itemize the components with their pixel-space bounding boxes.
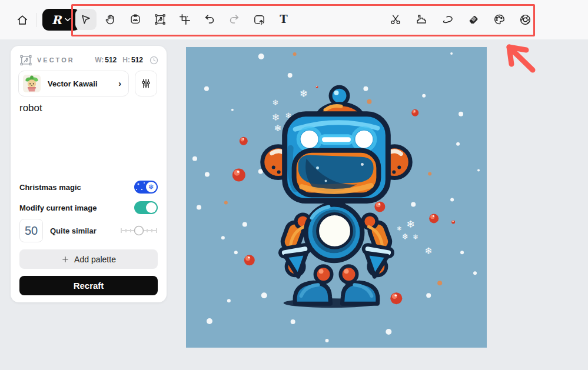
eraser-tool-button[interactable] xyxy=(463,9,484,30)
generated-image-canvas[interactable]: ❄❄❄❄❄❄❄❄❄❄ xyxy=(186,47,487,348)
hand-icon xyxy=(104,13,117,26)
svg-text:❄: ❄ xyxy=(397,225,401,232)
style-row: Vector Kawaii › xyxy=(18,71,157,96)
svg-text:❄: ❄ xyxy=(274,123,281,134)
tool-group-right xyxy=(385,9,536,30)
style-name: Vector Kawaii xyxy=(48,79,98,88)
palette-icon xyxy=(493,13,506,26)
texture-tool-button[interactable] xyxy=(514,9,536,30)
svg-text:❄: ❄ xyxy=(401,232,408,241)
text-tool-button[interactable]: T xyxy=(273,9,294,30)
crop-tool-button[interactable] xyxy=(174,9,195,30)
style-settings-button[interactable] xyxy=(135,71,157,96)
recraft-button[interactable]: Recraft xyxy=(19,276,158,295)
lasso-tool-button[interactable] xyxy=(437,9,458,30)
modify-current-image-label: Modify current image xyxy=(19,204,97,212)
height-label: H: xyxy=(122,56,130,64)
vector-image-icon xyxy=(154,13,167,26)
plus-icon xyxy=(61,255,69,264)
svg-text:❄: ❄ xyxy=(425,245,433,256)
similarity-label: Quite similar xyxy=(50,226,97,235)
redo-icon xyxy=(228,13,241,26)
svg-text:❄: ❄ xyxy=(272,112,280,123)
history-button[interactable] xyxy=(149,55,159,65)
texture-icon xyxy=(519,13,532,26)
similarity-value[interactable]: 50 xyxy=(19,219,43,242)
image-upload-tool-button[interactable] xyxy=(248,9,270,30)
hand-tool-button[interactable] xyxy=(100,9,121,30)
vector-type-icon xyxy=(19,55,32,66)
recraft-logo-icon: R xyxy=(52,14,62,26)
undo-button[interactable] xyxy=(199,9,220,30)
scissors-icon xyxy=(389,13,402,26)
top-toolbar: R xyxy=(0,0,588,39)
image-upload-icon xyxy=(253,13,266,26)
recraft-label: Recraft xyxy=(74,281,104,291)
palette-tool-button[interactable] xyxy=(489,9,510,30)
christmas-magic-row: Christmas magic ❄ xyxy=(19,180,158,194)
crop-icon xyxy=(178,13,191,26)
similarity-slider[interactable] xyxy=(120,225,158,236)
pixel-select-icon xyxy=(415,13,428,26)
tool-group-left: T xyxy=(75,9,294,30)
svg-text:T: T xyxy=(280,13,288,25)
width-label: W: xyxy=(95,56,104,64)
slider-knob[interactable] xyxy=(135,226,144,235)
clock-icon xyxy=(149,55,159,65)
chevron-right-icon: › xyxy=(118,79,121,88)
home-button[interactable] xyxy=(12,9,33,31)
raster-image-tool-button[interactable] xyxy=(125,9,146,30)
height-value: 512 xyxy=(131,56,143,64)
cut-tool-button[interactable] xyxy=(385,9,406,30)
style-thumbnail xyxy=(23,75,41,92)
redo-button[interactable] xyxy=(224,9,245,30)
svg-text:❄: ❄ xyxy=(300,88,308,99)
svg-text:❄: ❄ xyxy=(272,98,278,107)
toggle-knob xyxy=(146,202,157,213)
lasso-icon xyxy=(441,13,454,26)
generation-panel: VECTOR W:512 H:512 xyxy=(11,46,167,302)
add-palette-label: Add palette xyxy=(74,255,116,264)
christmas-magic-toggle[interactable]: ❄ xyxy=(134,181,158,194)
sliders-icon xyxy=(140,77,152,90)
panel-header: VECTOR W:512 H:512 xyxy=(19,54,159,66)
text-tool-icon: T xyxy=(277,12,291,26)
dimensions: W:512 H:512 xyxy=(95,56,143,64)
svg-text:❄: ❄ xyxy=(413,233,418,241)
modify-current-image-toggle[interactable] xyxy=(134,201,158,214)
eraser-icon xyxy=(467,13,480,26)
robot xyxy=(263,87,411,308)
snowflake-icon: ❄ xyxy=(146,182,157,192)
similarity-row: 50 Quite similar xyxy=(19,219,158,242)
select-cursor-icon xyxy=(79,13,92,26)
modify-current-image-row: Modify current image xyxy=(19,201,158,215)
style-selector-button[interactable]: Vector Kawaii › xyxy=(18,71,129,96)
undo-icon xyxy=(203,13,216,26)
pixel-select-tool-button[interactable] xyxy=(411,9,432,30)
select-tool-button[interactable] xyxy=(75,9,97,30)
kawaii-plant-icon xyxy=(23,75,41,92)
home-icon xyxy=(16,14,29,26)
add-palette-button[interactable]: Add palette xyxy=(19,249,158,269)
svg-text:❄: ❄ xyxy=(406,218,414,230)
width-value: 512 xyxy=(105,56,117,64)
app-window: R xyxy=(0,0,588,370)
vector-image-tool-button[interactable] xyxy=(150,9,171,30)
asset-type-label: VECTOR xyxy=(37,56,75,64)
christmas-magic-label: Christmas magic xyxy=(19,183,81,192)
robot-illustration: ❄❄❄❄❄❄❄❄❄❄ xyxy=(186,47,487,348)
raster-image-icon xyxy=(129,13,142,26)
annotation-arrow xyxy=(497,40,540,76)
prompt-input[interactable] xyxy=(19,102,158,167)
toolbar-divider xyxy=(36,13,37,27)
recraft-logo-button[interactable]: R xyxy=(42,9,80,31)
chevron-down-icon xyxy=(65,18,71,22)
